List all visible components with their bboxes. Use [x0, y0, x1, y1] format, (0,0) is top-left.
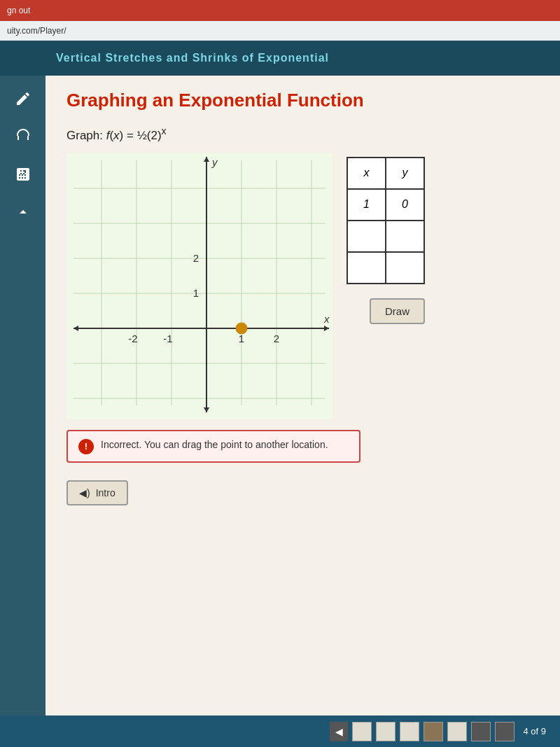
- table-cell-x1: 1: [347, 189, 386, 221]
- svg-text:1: 1: [193, 287, 199, 299]
- main-content: Graphing an Exponential Function Graph: …: [46, 76, 560, 747]
- table-header-x: x: [347, 158, 386, 189]
- nav-prev-button[interactable]: ◀: [330, 722, 348, 741]
- svg-text:1: 1: [239, 333, 244, 344]
- coordinate-system[interactable]: -2 -1 1 2 1 2 x y: [66, 153, 332, 419]
- left-sidebar: [0, 76, 46, 426]
- data-table: x y 1 0: [346, 157, 425, 284]
- table-header-y: y: [386, 158, 424, 189]
- table-cell-y3: [386, 252, 424, 284]
- table-row: [347, 221, 424, 252]
- app-header: Vertical Stretches and Shrinks of Expone…: [0, 41, 560, 76]
- svg-text:2: 2: [274, 333, 279, 344]
- error-text: Incorrect. You can drag the point to ano…: [101, 438, 328, 452]
- browser-bar: gn out: [0, 0, 560, 21]
- problem-statement: Graph: f(x) = ½(2)x: [66, 125, 539, 143]
- svg-text:2: 2: [193, 252, 199, 264]
- nav-page-1[interactable]: [352, 722, 372, 741]
- table-row: 1 0: [347, 189, 424, 221]
- nav-page-5[interactable]: [447, 722, 467, 741]
- error-message: ! Incorrect. You can drag the point to a…: [66, 430, 360, 463]
- table-cell-x3: [347, 252, 386, 284]
- nav-page-4[interactable]: [424, 722, 443, 741]
- svg-text:-2: -2: [128, 333, 137, 344]
- arrow-up-icon[interactable]: [10, 200, 36, 225]
- app-title: Vertical Stretches and Shrinks of Expone…: [56, 52, 329, 64]
- url-bar: uity.com/Player/: [0, 21, 560, 41]
- table-cell-y1: 0: [386, 189, 424, 221]
- calculator-icon[interactable]: [10, 162, 36, 187]
- headphones-icon[interactable]: [10, 124, 36, 149]
- nav-page-2[interactable]: [376, 722, 396, 741]
- page-count: 4 of 9: [523, 726, 546, 736]
- intro-button[interactable]: ◀) Intro: [66, 480, 128, 505]
- intro-label: Intro: [96, 487, 115, 498]
- svg-text:x: x: [323, 313, 330, 325]
- right-section: x y 1 0: [346, 153, 425, 324]
- pencil-icon[interactable]: [10, 86, 36, 111]
- nav-page-7[interactable]: [495, 722, 514, 741]
- table-cell-x2: [347, 221, 386, 252]
- table-cell-y2: [386, 221, 424, 252]
- bottom-nav: ◀ 4 of 9: [0, 715, 560, 747]
- error-icon: !: [78, 439, 94, 454]
- page-title: Graphing an Exponential Function: [66, 90, 539, 111]
- nav-page-6[interactable]: [471, 722, 491, 741]
- browser-bar-text: gn out: [7, 6, 30, 15]
- url-text: uity.com/Player/: [7, 26, 66, 36]
- svg-point-29: [236, 323, 247, 334]
- svg-text:-1: -1: [163, 333, 172, 344]
- nav-page-3[interactable]: [400, 722, 419, 741]
- speaker-icon: ◀): [79, 487, 90, 498]
- table-row: [347, 252, 424, 284]
- graph-area: -2 -1 1 2 1 2 x y x y: [66, 153, 539, 419]
- svg-rect-0: [66, 153, 332, 419]
- draw-button[interactable]: Draw: [370, 298, 425, 324]
